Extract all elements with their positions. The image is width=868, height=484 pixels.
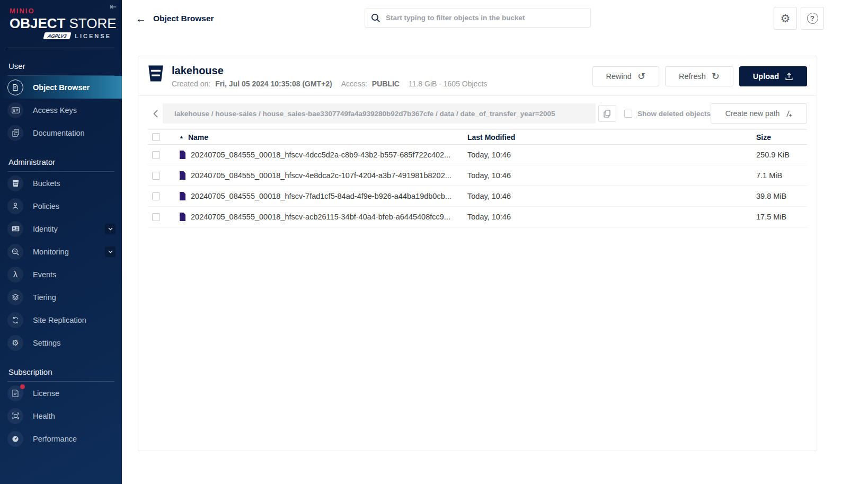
- object-size: 17.5 MiB: [756, 213, 808, 221]
- help-button[interactable]: ?: [801, 7, 824, 30]
- sidebar-item-performance[interactable]: Performance: [0, 427, 122, 450]
- sidebar-section-administrator: Administrator Buckets Policies Identity: [0, 157, 122, 354]
- sidebar-item-label: Health: [33, 412, 55, 420]
- chevron-left-icon: [153, 109, 158, 118]
- object-name[interactable]: 20240705_084555_00018_hfscv-4e8dca2c-107…: [191, 171, 451, 180]
- performance-icon: [7, 431, 23, 447]
- object-browser-icon: [7, 80, 23, 95]
- help-icon: ?: [807, 13, 818, 24]
- breadcrumb-row: lakehouse / house-sales / house_sales-ba…: [148, 103, 807, 124]
- object-name[interactable]: 20240705_084555_00018_hfscv-acb26115-34b…: [191, 213, 450, 221]
- sidebar-item-monitoring[interactable]: Monitoring: [0, 240, 122, 263]
- object-size: 39.8 MiB: [756, 192, 808, 200]
- search-icon: [371, 13, 380, 23]
- sidebar-item-label: License: [33, 389, 59, 398]
- column-header-size[interactable]: Size: [756, 133, 808, 142]
- sidebar-item-access-keys[interactable]: Access Keys: [0, 99, 122, 121]
- back-arrow-icon[interactable]: ←: [136, 13, 146, 24]
- filter-search-box[interactable]: [365, 8, 591, 28]
- table-row[interactable]: 20240705_084555_00018_hfscv-4dcc5d2a-c8b…: [148, 145, 807, 165]
- rewind-button-label: Rewind: [606, 72, 632, 81]
- object-name[interactable]: 20240705_084555_00018_hfscv-4dcc5d2a-c8b…: [191, 151, 450, 159]
- bucket-icon: [7, 175, 23, 191]
- table-row[interactable]: 20240705_084555_00018_hfscv-7fad1cf5-84a…: [148, 186, 807, 207]
- access-keys-icon: [7, 102, 23, 118]
- refresh-button-label: Refresh: [679, 72, 706, 81]
- access-value[interactable]: PUBLIC: [372, 80, 400, 88]
- refresh-button[interactable]: Refresh ↻: [665, 66, 733, 86]
- sidebar-item-label: Access Keys: [33, 106, 77, 115]
- chevron-down-icon[interactable]: [105, 224, 116, 234]
- bucket-usage: 11.8 GiB - 1605 Objects: [409, 80, 487, 88]
- object-modified: Today, 10:46: [467, 151, 756, 159]
- path-back-button[interactable]: [148, 109, 163, 118]
- file-icon: [179, 213, 186, 221]
- sidebar-item-identity[interactable]: Identity: [0, 217, 122, 240]
- license-alert-badge: [20, 384, 25, 389]
- health-icon: [7, 408, 23, 424]
- show-deleted-toggle[interactable]: Show deleted objects: [624, 110, 711, 118]
- agpl-badge: AGPLV3: [43, 32, 71, 39]
- sidebar-item-label: Buckets: [33, 179, 60, 188]
- show-deleted-label: Show deleted objects: [637, 110, 711, 118]
- rewind-button[interactable]: Rewind ↺: [592, 66, 659, 86]
- show-deleted-checkbox[interactable]: [624, 110, 632, 118]
- sidebar-item-health[interactable]: Health: [0, 404, 122, 427]
- sidebar-section-subscription: Subscription License Health Performance: [0, 367, 122, 450]
- bucket-name: lakehouse: [172, 65, 487, 77]
- sidebar-item-settings[interactable]: ⚙ Settings: [0, 331, 122, 354]
- access-label: Access:: [341, 80, 367, 88]
- breadcrumb[interactable]: lakehouse / house-sales / house_sales-ba…: [163, 103, 596, 124]
- search-input[interactable]: [386, 14, 584, 22]
- object-modified: Today, 10:46: [467, 192, 756, 200]
- sidebar-item-tiering[interactable]: Tiering: [0, 286, 122, 309]
- topbar: ← Object Browser ⚙ ?: [122, 0, 868, 37]
- sidebar-item-policies[interactable]: Policies: [0, 195, 122, 217]
- sidebar-item-label: Performance: [33, 435, 77, 443]
- objects-table: ▲ Name Last Modified Size 20240705_08455…: [148, 129, 807, 227]
- refresh-icon: ↻: [712, 72, 720, 81]
- table-row[interactable]: 20240705_084555_00018_hfscv-4e8dca2c-107…: [148, 165, 807, 186]
- row-checkbox[interactable]: [152, 172, 160, 180]
- row-checkbox[interactable]: [152, 213, 160, 221]
- row-checkbox[interactable]: [152, 151, 160, 159]
- object-name[interactable]: 20240705_084555_00018_hfscv-7fad1cf5-84a…: [191, 192, 451, 200]
- upload-icon: [785, 72, 793, 81]
- divider: [7, 48, 114, 48]
- site-replication-icon: [7, 312, 23, 328]
- sidebar-item-label: Events: [33, 270, 56, 279]
- chevron-down-icon[interactable]: [105, 247, 116, 257]
- logo-title-light: STORE: [69, 15, 116, 31]
- object-size: 7.1 MiB: [756, 171, 808, 180]
- collapse-sidebar-icon[interactable]: ⇤: [110, 2, 117, 12]
- table-row[interactable]: 20240705_084555_00018_hfscv-acb26115-34b…: [148, 207, 807, 227]
- settings-button[interactable]: ⚙: [774, 7, 797, 30]
- select-all-checkbox[interactable]: [152, 133, 160, 141]
- sidebar-item-site-replication[interactable]: Site Replication: [0, 309, 122, 331]
- sidebar-item-license[interactable]: License: [0, 382, 122, 404]
- sidebar-item-documentation[interactable]: Documentation: [0, 121, 122, 144]
- copy-path-button[interactable]: [598, 105, 616, 122]
- sidebar-item-label: Documentation: [33, 129, 85, 137]
- sidebar-item-object-browser[interactable]: Object Browser: [0, 76, 122, 99]
- documentation-icon: [7, 125, 23, 141]
- object-size: 250.9 KiB: [756, 151, 808, 159]
- identity-icon: [7, 221, 23, 237]
- create-new-path-button[interactable]: Create new path: [711, 103, 807, 124]
- sidebar-item-label: Settings: [33, 339, 60, 347]
- sidebar-item-events[interactable]: λ Events: [0, 263, 122, 286]
- sidebar-item-label: Object Browser: [33, 83, 90, 92]
- sidebar: ⇤ MINIO OBJECTSTORE AGPLV3 LICENSE User …: [0, 0, 122, 484]
- lambda-icon: λ: [7, 267, 23, 283]
- sidebar-item-label: Identity: [33, 225, 58, 233]
- upload-button[interactable]: Upload: [739, 66, 807, 86]
- column-header-name[interactable]: ▲ Name: [179, 133, 467, 142]
- column-header-last-modified[interactable]: Last Modified: [467, 133, 756, 142]
- sidebar-item-buckets[interactable]: Buckets: [0, 172, 122, 195]
- gear-icon: ⚙: [7, 335, 23, 351]
- monitoring-icon: [7, 244, 23, 260]
- section-label-user: User: [0, 61, 122, 75]
- page-title: Object Browser: [153, 14, 214, 23]
- sidebar-item-label: Tiering: [33, 293, 56, 302]
- row-checkbox[interactable]: [152, 192, 160, 200]
